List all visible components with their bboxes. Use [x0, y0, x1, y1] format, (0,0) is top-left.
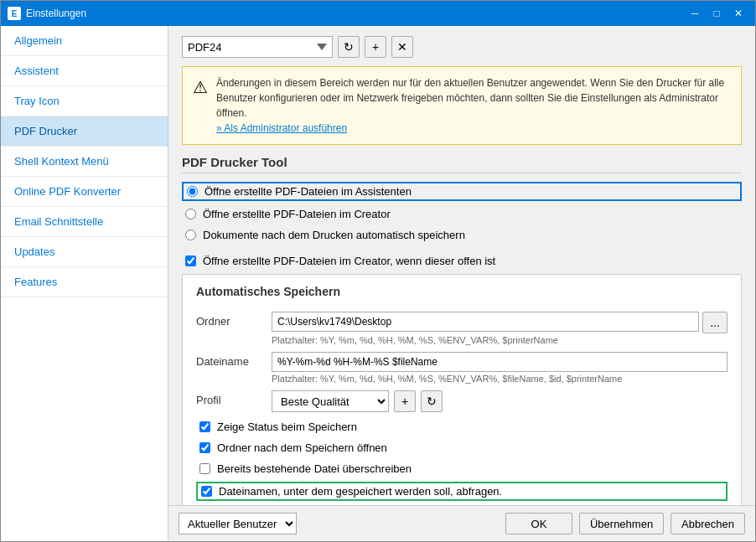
- radio-item-opt2: Öffne erstellte PDF-Dateien im Creator: [182, 206, 742, 222]
- ordner-input[interactable]: [272, 312, 699, 332]
- dateiname-row: Dateiname Platzhalter: %Y, %m, %d, %H, %…: [196, 352, 728, 384]
- autosave-chk4-item: Dateinamen, unter dem gespeichert werden…: [196, 482, 728, 501]
- sidebar-item-updates[interactable]: Updates: [1, 237, 168, 267]
- sidebar-item-email[interactable]: Email Schnittstelle: [1, 207, 168, 237]
- radio-opt3-label: Dokumente nach dem Drucken automatisch s…: [203, 229, 465, 241]
- autosave-chk2-label: Ordner nach dem Speichern öffnen: [217, 441, 387, 454]
- bottom-bar: Aktueller Benutzer OK Übernehmen Abbrech…: [168, 505, 755, 541]
- remove-printer-button[interactable]: ✕: [391, 36, 413, 58]
- sidebar-item-online-pdf[interactable]: Online PDF Konverter: [1, 177, 168, 207]
- sidebar-item-assistent[interactable]: Assistent: [1, 56, 168, 86]
- autosave-chk1-item: Zeige Status beim Speichern: [196, 419, 728, 435]
- dateiname-placeholder: Platzhalter: %Y, %m, %d, %H, %M, %S, %EN…: [272, 374, 728, 384]
- warning-text: Änderungen in diesem Bereich werden nur …: [216, 75, 731, 136]
- main-content: PDF24 ↻ + ✕ ⚠ Änderungen i: [168, 26, 755, 541]
- radio-opt3[interactable]: [185, 230, 196, 240]
- radio-opt2-label: Öffne erstellte PDF-Dateien im Creator: [203, 208, 391, 220]
- radio-item-opt3: Dokumente nach dem Drucken automatisch s…: [182, 227, 742, 243]
- radio-opt1[interactable]: [187, 186, 198, 197]
- window-title: Einstellungen: [26, 8, 685, 19]
- add-printer-button[interactable]: +: [365, 36, 386, 58]
- warning-icon: ⚠: [193, 77, 208, 97]
- ok-button[interactable]: OK: [505, 513, 572, 534]
- sidebar-item-features[interactable]: Features: [1, 267, 168, 297]
- profil-refresh-button[interactable]: ↻: [421, 390, 443, 412]
- autosave-section: Automatisches Speichern Ordner ... Plat: [182, 274, 742, 505]
- content-area: PDF24 ↻ + ✕ ⚠ Änderungen i: [168, 26, 755, 505]
- ordner-input-row: ...: [272, 312, 728, 333]
- profil-input-row: Beste Qualität + ↻: [272, 390, 728, 412]
- window-body: Allgemein Assistent Tray Icon PDF Drucke…: [1, 26, 755, 541]
- sidebar-item-allgemein[interactable]: Allgemein: [1, 26, 168, 56]
- autosave-chk3-item: Bereits bestehende Datei überschreiben: [196, 461, 728, 477]
- ordner-row: Ordner ... Platzhalter: %Y, %m, %d, %H, …: [196, 312, 728, 345]
- ordner-control-group: ... Platzhalter: %Y, %m, %d, %H, %M, %S,…: [272, 312, 728, 345]
- dateiname-input[interactable]: [272, 352, 728, 372]
- checkbox-item-creator: Öffne erstellte PDF-Dateien im Creator, …: [182, 253, 742, 269]
- profil-control-group: Beste Qualität + ↻: [272, 390, 728, 412]
- minimize-button[interactable]: ─: [685, 5, 705, 22]
- sidebar-item-tray-icon[interactable]: Tray Icon: [1, 86, 168, 116]
- plus-icon: +: [372, 40, 379, 54]
- plus-icon-profil: +: [401, 395, 408, 408]
- section-title: PDF Drucker Tool: [182, 155, 742, 173]
- radio-item-opt1: Öffne erstellte PDF-Dateien im Assistent…: [182, 182, 742, 201]
- ordner-placeholder: Platzhalter: %Y, %m, %d, %H, %M, %S, %EN…: [272, 335, 728, 345]
- refresh-icon: ↻: [344, 40, 354, 54]
- radio-opt2[interactable]: [185, 209, 196, 219]
- ordner-label: Ordner: [196, 312, 272, 328]
- sidebar: Allgemein Assistent Tray Icon PDF Drucke…: [1, 26, 168, 541]
- autosave-chk3-label: Bereits bestehende Datei überschreiben: [217, 462, 412, 475]
- browse-icon: ...: [710, 316, 720, 329]
- ordner-browse-button[interactable]: ...: [702, 312, 728, 333]
- settings-window: E Einstellungen ─ □ ✕ Allgemein Assisten…: [0, 0, 756, 542]
- refresh-icon-profil: ↻: [427, 395, 437, 408]
- sidebar-item-pdf-drucker[interactable]: PDF Drucker: [1, 116, 168, 147]
- profil-select[interactable]: Beste Qualität: [272, 390, 389, 412]
- admin-link[interactable]: » Als Administrator ausführen: [216, 122, 347, 134]
- app-icon: E: [8, 7, 21, 20]
- autosave-chk3[interactable]: [199, 463, 210, 474]
- title-bar: E Einstellungen ─ □ ✕: [1, 1, 755, 26]
- close-icon: ✕: [397, 40, 407, 54]
- autosave-chk4[interactable]: [201, 486, 212, 497]
- profil-add-button[interactable]: +: [394, 390, 416, 412]
- printer-select[interactable]: PDF24: [182, 36, 333, 58]
- warning-box: ⚠ Änderungen in diesem Bereich werden nu…: [182, 66, 742, 145]
- apply-button[interactable]: Übernehmen: [579, 513, 664, 534]
- profil-label: Profil: [196, 390, 272, 406]
- radio-group: Öffne erstellte PDF-Dateien im Assistent…: [182, 182, 742, 243]
- autosave-chk1-label: Zeige Status beim Speichern: [217, 421, 357, 433]
- autosave-chk4-label: Dateinamen, unter dem gespeichert werden…: [219, 485, 502, 498]
- bottom-buttons: OK Übernehmen Abbrechen: [505, 513, 745, 534]
- radio-opt1-label: Öffne erstellte PDF-Dateien im Assistent…: [205, 185, 412, 198]
- printer-dropdown-row: PDF24 ↻ + ✕: [182, 36, 742, 58]
- dateiname-label: Dateiname: [196, 352, 272, 368]
- refresh-printer-button[interactable]: ↻: [338, 36, 360, 58]
- checkbox-creator-label: Öffne erstellte PDF-Dateien im Creator, …: [203, 255, 495, 267]
- user-select[interactable]: Aktueller Benutzer: [179, 513, 297, 534]
- window-controls: ─ □ ✕: [685, 5, 748, 22]
- maximize-button[interactable]: □: [707, 5, 727, 22]
- cancel-button[interactable]: Abbrechen: [671, 513, 745, 534]
- autosave-chk2[interactable]: [199, 442, 210, 453]
- autosave-title: Automatisches Speichern: [196, 285, 728, 302]
- autosave-chk2-item: Ordner nach dem Speichern öffnen: [196, 440, 728, 456]
- profil-row: Profil Beste Qualität + ↻: [196, 390, 728, 412]
- autosave-chk1[interactable]: [199, 421, 210, 432]
- checkbox-creator[interactable]: [185, 256, 196, 266]
- close-button[interactable]: ✕: [728, 5, 748, 22]
- sidebar-item-shell-kontext[interactable]: Shell Kontext Menü: [1, 147, 168, 177]
- dateiname-control-group: Platzhalter: %Y, %m, %d, %H, %M, %S, %EN…: [272, 352, 728, 384]
